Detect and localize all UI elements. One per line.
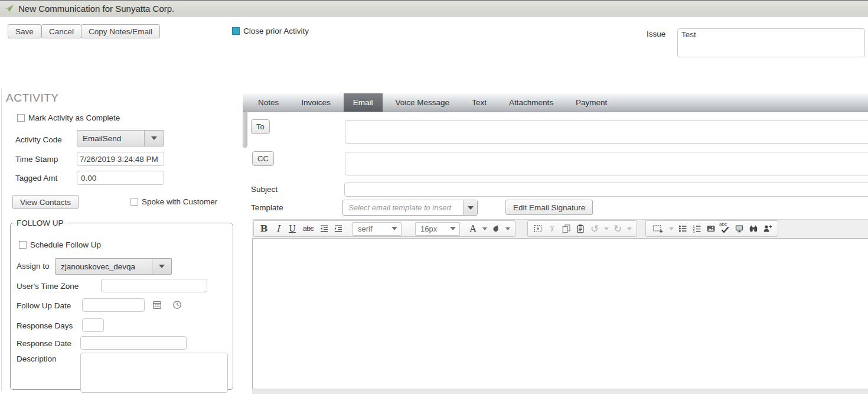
- window-title: New Communication for Sunyatta Corp.: [18, 4, 174, 14]
- bold-button[interactable]: B: [257, 222, 271, 236]
- indent-button[interactable]: [331, 222, 345, 236]
- copy-notes-email-button[interactable]: Copy Notes/Email: [81, 24, 160, 38]
- activity-code-dropdown[interactable]: EmailSend: [77, 130, 164, 146]
- numbered-list-button[interactable]: 1 2 3: [690, 222, 704, 236]
- insert-snippet-dropdown-arrow[interactable]: [667, 222, 676, 236]
- tab-payment[interactable]: Payment: [566, 93, 616, 112]
- indent-icon: [334, 224, 343, 233]
- response-days-label: Response Days: [17, 321, 73, 330]
- email-body-editor[interactable]: [252, 238, 868, 389]
- insert-snippet-button[interactable]: [649, 222, 667, 236]
- spell-check-button[interactable]: abc: [718, 222, 732, 236]
- select-all-icon: [533, 224, 543, 233]
- response-date-label: Response Date: [17, 339, 71, 348]
- chevron-down-icon: [159, 265, 165, 268]
- background-color-button[interactable]: [489, 222, 503, 236]
- undo-dropdown-arrow[interactable]: [602, 222, 611, 236]
- clock-icon[interactable]: [172, 300, 182, 310]
- font-color-button[interactable]: A: [466, 222, 480, 236]
- cc-field[interactable]: [345, 152, 868, 175]
- window-titlebar: New Communication for Sunyatta Corp.: [0, 0, 868, 17]
- tab-voice-message[interactable]: Voice Message: [386, 93, 459, 112]
- view-contacts-button[interactable]: View Contacts: [12, 195, 79, 209]
- close-prior-activity-label: Close prior Activity: [243, 27, 309, 35]
- person-add-link-icon: [763, 224, 772, 233]
- underline-button[interactable]: U: [285, 222, 299, 236]
- binoculars-icon: [749, 224, 758, 233]
- assign-to-dropdown[interactable]: zjanouskovec_devqa: [55, 258, 172, 275]
- issue-field[interactable]: [677, 28, 865, 57]
- cut-button[interactable]: ✂: [546, 222, 559, 236]
- subject-field[interactable]: [344, 183, 868, 197]
- outdent-button[interactable]: [317, 222, 331, 236]
- tab-email[interactable]: Email: [344, 93, 383, 112]
- follow-up-date-field[interactable]: [82, 298, 145, 312]
- select-all-button[interactable]: [531, 222, 545, 236]
- image-icon: [706, 224, 716, 233]
- bullet-list-button[interactable]: [676, 222, 690, 236]
- insert-image-button[interactable]: [704, 222, 718, 236]
- font-name-select[interactable]: serif: [353, 222, 402, 236]
- paste-button[interactable]: [573, 222, 588, 236]
- response-date-field[interactable]: [80, 336, 187, 350]
- tagged-amt-field[interactable]: [77, 171, 164, 185]
- spell-check-icon: abc: [719, 223, 732, 235]
- activity-code-dropdown-arrow[interactable]: [144, 131, 164, 146]
- cancel-button[interactable]: Cancel: [41, 24, 81, 38]
- preview-button[interactable]: [732, 222, 746, 236]
- response-days-field[interactable]: [82, 318, 104, 332]
- link-contact-button[interactable]: [761, 222, 775, 236]
- cc-button[interactable]: CC: [252, 151, 274, 166]
- tab-text[interactable]: Text: [462, 93, 496, 112]
- schedule-follow-up-label: Schedule Follow Up: [30, 240, 101, 249]
- mark-complete-checkbox[interactable]: [17, 114, 25, 122]
- time-stamp-field[interactable]: [77, 152, 164, 166]
- save-button[interactable]: Save: [8, 24, 41, 38]
- assign-to-value: zjanouskovec_devqa: [56, 259, 152, 274]
- assign-to-dropdown-arrow[interactable]: [152, 259, 171, 274]
- tab-notes[interactable]: Notes: [249, 93, 288, 112]
- redo-dropdown-arrow[interactable]: [625, 222, 634, 236]
- follow-up-group: FOLLOW UP Schedule Follow Up Assign to z…: [10, 219, 233, 390]
- redo-button[interactable]: ↻: [611, 222, 625, 236]
- bullet-list-icon: [678, 224, 687, 233]
- tab-invoices[interactable]: Invoices: [292, 93, 340, 112]
- chevron-down-icon: [391, 227, 397, 230]
- chevron-down-icon: [450, 227, 456, 230]
- chevron-down-icon: [604, 227, 609, 230]
- edit-email-signature-button[interactable]: Edit Email Signature: [505, 200, 593, 215]
- font-name-value: serif: [358, 224, 373, 233]
- chevron-down-icon: [505, 227, 510, 230]
- users-time-zone-field[interactable]: [101, 279, 207, 292]
- editor-clipboard-group: ✂ ↺ ↻: [527, 220, 637, 237]
- italic-button[interactable]: I: [271, 222, 285, 236]
- copy-button[interactable]: [559, 222, 573, 236]
- tagged-amt-label: Tagged Amt: [15, 174, 57, 183]
- strikethrough-button[interactable]: abc: [299, 222, 317, 236]
- svg-text:3: 3: [693, 230, 695, 233]
- spoke-with-customer-checkbox[interactable]: [130, 198, 138, 206]
- paste-icon: [576, 224, 585, 233]
- description-field[interactable]: [80, 353, 228, 393]
- tab-attachments[interactable]: Attachments: [500, 93, 563, 112]
- ink-drop-icon: [491, 224, 501, 233]
- chevron-down-icon: [627, 227, 632, 230]
- undo-button[interactable]: ↺: [588, 222, 602, 236]
- font-size-select[interactable]: 16px: [415, 222, 460, 236]
- background-color-picker-arrow[interactable]: [503, 222, 512, 236]
- numbered-list-icon: 1 2 3: [692, 224, 701, 233]
- editor-format-group: B I U abc serif 16px A: [253, 220, 515, 237]
- template-placeholder: Select email template to insert: [343, 200, 463, 215]
- font-color-picker-arrow[interactable]: [480, 222, 489, 236]
- schedule-follow-up-checkbox[interactable]: [19, 241, 27, 249]
- editor-bottom-strip: [252, 389, 868, 394]
- to-button[interactable]: To: [251, 119, 270, 134]
- spoke-with-customer-row: Spoke with Customer: [130, 197, 217, 206]
- close-prior-activity-checkbox[interactable]: [232, 27, 240, 35]
- assign-to-label: Assign to: [17, 262, 50, 271]
- template-dropdown[interactable]: Select email template to insert: [342, 200, 478, 216]
- find-button[interactable]: [746, 222, 761, 236]
- to-field[interactable]: [345, 120, 868, 144]
- template-dropdown-arrow[interactable]: [463, 200, 477, 215]
- calendar-icon[interactable]: [152, 300, 162, 310]
